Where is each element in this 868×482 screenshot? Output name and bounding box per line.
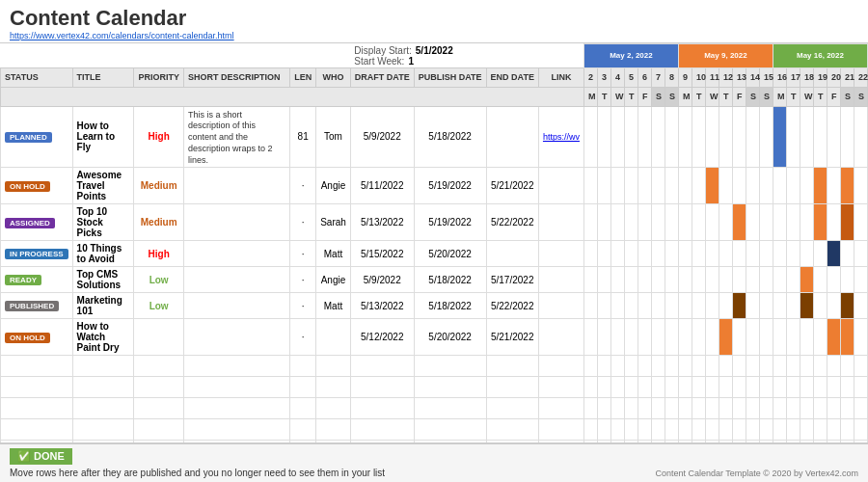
cal-day-cell — [719, 106, 732, 168]
cal-day-cell — [759, 293, 773, 319]
priority-cell: Medium — [134, 168, 184, 204]
week3-label: May 16, 2022 — [773, 44, 867, 68]
title-cell: How to Watch Paint Dry — [72, 319, 134, 356]
table-row: ON HOLDHow to Watch Paint Dry·5/12/20225… — [1, 319, 868, 356]
cal-day-cell — [800, 319, 813, 356]
cal-day-cell — [610, 106, 624, 168]
draft-date-cell: 5/13/2022 — [350, 204, 414, 241]
priority-cell: Medium — [134, 204, 184, 241]
cal-day-cell — [800, 267, 813, 293]
display-start-value: 5/1/2022 — [416, 45, 453, 56]
table-row: PUBLISHEDMarketing 101Low·Matt5/13/20225… — [1, 293, 868, 319]
cal-day-cell — [854, 106, 867, 168]
cal-day-cell — [827, 267, 840, 293]
empty-row — [1, 398, 868, 419]
end-date-cell: 5/21/2022 — [486, 168, 538, 204]
len-cell: · — [290, 267, 316, 293]
cal-day-cell — [678, 293, 692, 319]
table-row: READYTop CMS SolutionsLow·Angie5/9/20225… — [1, 267, 868, 293]
cal-day-cell — [692, 267, 705, 293]
publish-date-cell: 5/19/2022 — [414, 204, 486, 241]
table-row: PLANNEDHow to Learn to FlyHighThis is a … — [1, 106, 868, 168]
cal-day-cell — [746, 241, 759, 267]
link-cell[interactable] — [538, 267, 583, 293]
cal-day-cell — [746, 319, 759, 356]
cal-day-cell — [678, 168, 692, 204]
col-header-status: STATUS — [1, 67, 73, 87]
publish-date-cell: 5/18/2022 — [414, 293, 486, 319]
cal-day-cell — [705, 106, 719, 168]
len-cell: · — [290, 168, 316, 204]
link-cell[interactable] — [538, 204, 583, 241]
cal-day-cell — [800, 168, 813, 204]
cal-day-cell — [759, 204, 773, 241]
cal-day-cell — [624, 267, 637, 293]
cal-day-cell — [827, 293, 840, 319]
done-label: ✅ DONE — [17, 450, 65, 463]
cal-day-cell — [786, 241, 800, 267]
cal-day-cell — [583, 293, 597, 319]
cal-day-cell — [813, 319, 827, 356]
cal-day-cell — [813, 241, 827, 267]
cal-day-cell — [705, 293, 719, 319]
cal-day-cell — [827, 204, 840, 241]
cal-day-cell — [692, 168, 705, 204]
cal-day-cell — [840, 106, 854, 168]
len-cell: 81 — [290, 106, 316, 168]
cal-day-cell — [813, 204, 827, 241]
footer-row: Move rows here after they are published … — [10, 468, 858, 478]
who-cell: Angie — [316, 267, 351, 293]
calendar-table: Display Start: 5/1/2022 Start Week: 1 Ma… — [0, 43, 868, 442]
link-cell[interactable] — [538, 168, 583, 204]
publish-date-cell: 5/18/2022 — [414, 267, 486, 293]
col-header-link: LINK — [538, 67, 583, 87]
status-badge: ON HOLD — [5, 181, 50, 192]
col-header-end: END DATE — [486, 67, 538, 87]
cal-day-cell — [746, 106, 759, 168]
controls-area — [1, 44, 134, 68]
cal-day-cell — [786, 204, 800, 241]
cal-day-cell — [651, 241, 665, 267]
cal-day-cell — [732, 319, 746, 356]
cal-day-cell — [719, 204, 732, 241]
table-row: IN PROGRESS10 Things to AvoidHigh·Matt5/… — [1, 241, 868, 267]
draft-date-cell: 5/9/2022 — [350, 106, 414, 168]
cal-day-cell — [597, 241, 610, 267]
link-cell[interactable]: https://wv — [538, 106, 583, 168]
cal-day-cell — [800, 204, 813, 241]
link-cell[interactable] — [538, 293, 583, 319]
status-badge: PUBLISHED — [5, 301, 59, 311]
cal-day-cell — [705, 168, 719, 204]
status-badge: ASSIGNED — [5, 218, 55, 228]
status-badge: IN PROGRESS — [5, 249, 68, 259]
who-cell: Angie — [316, 168, 351, 204]
cal-day-cell — [732, 168, 746, 204]
cal-day-cell — [854, 168, 867, 204]
cal-day-cell — [746, 204, 759, 241]
link-cell[interactable] — [538, 241, 583, 267]
cal-day-cell — [813, 168, 827, 204]
publish-date-cell: 5/20/2022 — [414, 241, 486, 267]
cal-day-cell — [583, 106, 597, 168]
app-url[interactable]: https://www.vertex42.com/calendars/conte… — [10, 31, 858, 40]
link-cell[interactable] — [538, 319, 583, 356]
desc-cell — [183, 267, 289, 293]
draft-date-cell: 5/12/2022 — [350, 319, 414, 356]
end-date-cell: 5/22/2022 — [486, 204, 538, 241]
cal-day-cell — [624, 106, 637, 168]
cal-day-cell — [759, 267, 773, 293]
cal-day-cell — [610, 168, 624, 204]
len-cell: · — [290, 293, 316, 319]
priority-cell: High — [134, 106, 184, 168]
status-badge: PLANNED — [5, 132, 52, 143]
cal-day-cell — [692, 241, 705, 267]
cal-day-cell — [651, 204, 665, 241]
cal-day-cell — [746, 267, 759, 293]
cal-day-cell — [678, 241, 692, 267]
end-date-cell — [486, 241, 538, 267]
cal-day-cell — [840, 168, 854, 204]
cal-day-cell — [583, 204, 597, 241]
col-header-draft: DRAFT DATE — [350, 67, 414, 87]
len-cell: · — [290, 319, 316, 356]
empty-row — [1, 377, 868, 398]
